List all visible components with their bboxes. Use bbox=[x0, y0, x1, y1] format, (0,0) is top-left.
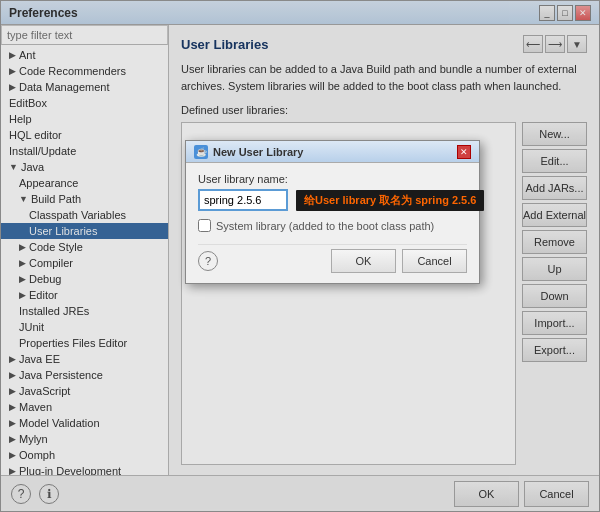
tree-item-classpath-variables[interactable]: Classpath Variables bbox=[1, 207, 168, 223]
nav-menu-button[interactable]: ▼ bbox=[567, 35, 587, 53]
bottom-bar: ? ℹ OK Cancel bbox=[1, 475, 599, 511]
tree-item-debug[interactable]: ▶Debug bbox=[1, 271, 168, 287]
arrow-icon: ▶ bbox=[9, 386, 16, 396]
dialog-input-label: User library name: bbox=[198, 173, 467, 185]
tree-item-plugin-development[interactable]: ▶Plug-in Development bbox=[1, 463, 168, 475]
arrow-icon: ▶ bbox=[9, 418, 16, 428]
dialog-annotation: 给User library 取名为 spring 2.5.6 bbox=[296, 190, 484, 211]
window-title: Preferences bbox=[9, 6, 78, 20]
dialog-buttons: OK Cancel bbox=[331, 249, 467, 273]
arrow-icon: ▶ bbox=[9, 370, 16, 380]
dialog-footer: ? OK Cancel bbox=[198, 244, 467, 273]
arrow-icon: ▶ bbox=[9, 354, 16, 364]
tree-item-java[interactable]: ▼Java bbox=[1, 159, 168, 175]
left-panel: ▶Ant ▶Code Recommenders ▶Data Management… bbox=[1, 25, 169, 475]
tree-item-java-ee[interactable]: ▶Java EE bbox=[1, 351, 168, 367]
edit-button[interactable]: Edit... bbox=[522, 149, 587, 173]
new-user-library-dialog: ☕ New User Library ✕ User library name: … bbox=[185, 140, 480, 284]
tree-item-java-persistence[interactable]: ▶Java Persistence bbox=[1, 367, 168, 383]
tree-item-junit[interactable]: JUnit bbox=[1, 319, 168, 335]
tree-area: ▶Ant ▶Code Recommenders ▶Data Management… bbox=[1, 45, 168, 475]
tree-item-hql-editor[interactable]: HQL editor bbox=[1, 127, 168, 143]
arrow-icon: ▶ bbox=[9, 50, 16, 60]
arrow-icon: ▶ bbox=[9, 66, 16, 76]
tree-item-editbox[interactable]: EditBox bbox=[1, 95, 168, 111]
tree-item-installed-jres[interactable]: Installed JREs bbox=[1, 303, 168, 319]
arrow-icon: ▶ bbox=[9, 434, 16, 444]
remove-button[interactable]: Remove bbox=[522, 230, 587, 254]
tree-item-editor[interactable]: ▶Editor bbox=[1, 287, 168, 303]
arrow-icon: ▼ bbox=[19, 194, 28, 204]
nav-forward-button[interactable]: ⟶ bbox=[545, 35, 565, 53]
add-external-jars-button[interactable]: Add External JARs... bbox=[522, 203, 587, 227]
minimize-button[interactable]: _ bbox=[539, 5, 555, 21]
export-button[interactable]: Export... bbox=[522, 338, 587, 362]
new-button[interactable]: New... bbox=[522, 122, 587, 146]
filter-input[interactable] bbox=[1, 25, 168, 45]
dialog-checkbox-row: System library (added to the boot class … bbox=[198, 219, 467, 232]
tree-item-properties-files-editor[interactable]: Properties Files Editor bbox=[1, 335, 168, 351]
tree-item-oomph[interactable]: ▶Oomph bbox=[1, 447, 168, 463]
tree-item-model-validation[interactable]: ▶Model Validation bbox=[1, 415, 168, 431]
import-button[interactable]: Import... bbox=[522, 311, 587, 335]
nav-buttons: ⟵ ⟶ ▼ bbox=[523, 35, 587, 53]
tree-item-ant[interactable]: ▶Ant bbox=[1, 47, 168, 63]
panel-description: User libraries can be added to a Java Bu… bbox=[181, 61, 587, 94]
close-button[interactable]: ✕ bbox=[575, 5, 591, 21]
right-sidebar-btns: New... Edit... Add JARs... Add External … bbox=[522, 122, 587, 465]
system-library-checkbox[interactable] bbox=[198, 219, 211, 232]
panel-header: User Libraries ⟵ ⟶ ▼ bbox=[181, 35, 587, 53]
arrow-icon: ▶ bbox=[9, 402, 16, 412]
arrow-icon: ▶ bbox=[9, 450, 16, 460]
bottom-left: ? ℹ bbox=[11, 484, 59, 504]
arrow-icon: ▶ bbox=[19, 258, 26, 268]
dialog-checkbox-label: System library (added to the boot class … bbox=[216, 220, 434, 232]
tree-item-code-recommenders[interactable]: ▶Code Recommenders bbox=[1, 63, 168, 79]
arrow-icon: ▶ bbox=[19, 274, 26, 284]
arrow-icon: ▶ bbox=[19, 290, 26, 300]
dialog-title: ☕ New User Library bbox=[194, 145, 303, 159]
bottom-buttons: OK Cancel bbox=[454, 481, 589, 507]
dialog-input-row: 给User library 取名为 spring 2.5.6 bbox=[198, 189, 467, 211]
tree-item-help[interactable]: Help bbox=[1, 111, 168, 127]
dialog-close-button[interactable]: ✕ bbox=[457, 145, 471, 159]
tree-item-javascript[interactable]: ▶JavaScript bbox=[1, 383, 168, 399]
arrow-icon: ▶ bbox=[9, 82, 16, 92]
add-jars-button[interactable]: Add JARs... bbox=[522, 176, 587, 200]
arrow-icon: ▼ bbox=[9, 162, 18, 172]
info-icon[interactable]: ℹ bbox=[39, 484, 59, 504]
tree-item-compiler[interactable]: ▶Compiler bbox=[1, 255, 168, 271]
dialog-title-bar: ☕ New User Library ✕ bbox=[186, 141, 479, 163]
dialog-ok-button[interactable]: OK bbox=[331, 249, 396, 273]
down-button[interactable]: Down bbox=[522, 284, 587, 308]
dialog-cancel-button[interactable]: Cancel bbox=[402, 249, 467, 273]
tree-item-build-path[interactable]: ▼Build Path bbox=[1, 191, 168, 207]
cancel-button[interactable]: Cancel bbox=[524, 481, 589, 507]
tree-item-install-update[interactable]: Install/Update bbox=[1, 143, 168, 159]
panel-title: User Libraries bbox=[181, 37, 268, 52]
ok-button[interactable]: OK bbox=[454, 481, 519, 507]
defined-label: Defined user libraries: bbox=[181, 104, 587, 116]
up-button[interactable]: Up bbox=[522, 257, 587, 281]
maximize-button[interactable]: □ bbox=[557, 5, 573, 21]
tree-item-user-libraries[interactable]: User Libraries bbox=[1, 223, 168, 239]
title-bar: Preferences _ □ ✕ bbox=[1, 1, 599, 25]
nav-back-button[interactable]: ⟵ bbox=[523, 35, 543, 53]
title-bar-buttons: _ □ ✕ bbox=[539, 5, 591, 21]
dialog-help-button[interactable]: ? bbox=[198, 251, 218, 271]
tree-item-data-management[interactable]: ▶Data Management bbox=[1, 79, 168, 95]
tree-item-appearance[interactable]: Appearance bbox=[1, 175, 168, 191]
tree-item-maven[interactable]: ▶Maven bbox=[1, 399, 168, 415]
tree-item-mylyn[interactable]: ▶Mylyn bbox=[1, 431, 168, 447]
library-name-input[interactable] bbox=[198, 189, 288, 211]
dialog-icon: ☕ bbox=[194, 145, 208, 159]
tree-item-code-style[interactable]: ▶Code Style bbox=[1, 239, 168, 255]
arrow-icon: ▶ bbox=[9, 466, 16, 475]
dialog-body: User library name: 给User library 取名为 spr… bbox=[186, 163, 479, 283]
arrow-icon: ▶ bbox=[19, 242, 26, 252]
help-icon[interactable]: ? bbox=[11, 484, 31, 504]
